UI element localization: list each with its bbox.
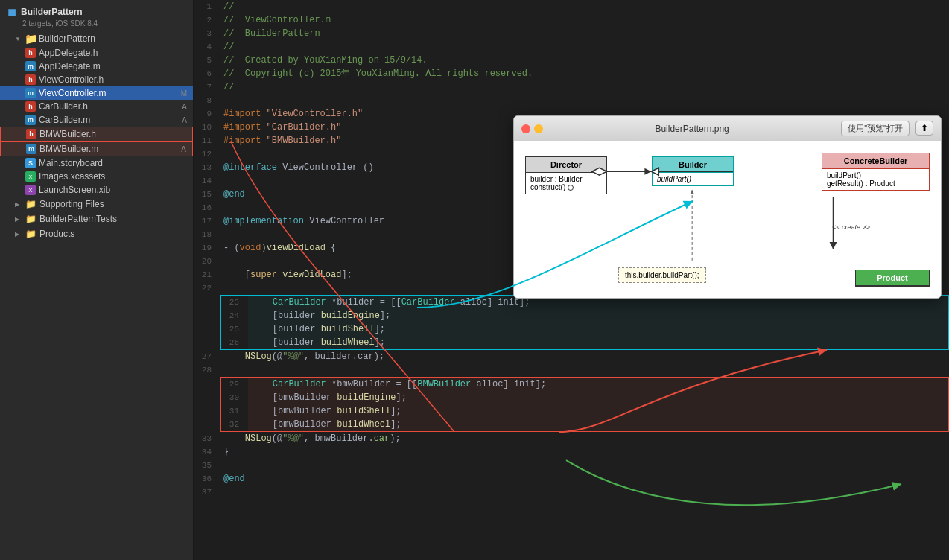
uml-director-header: Director <box>526 157 606 173</box>
code-line-8: 8 <box>194 94 949 107</box>
uml-builder-class: Builder buildPart() <box>652 156 734 186</box>
sidebar-item-images-xcassets[interactable]: X Images.xcassets <box>0 170 193 183</box>
share-button[interactable]: ⬆ <box>915 121 933 136</box>
uml-product-class: Product <box>855 270 930 287</box>
sidebar-item-viewcontroller-m[interactable]: m ViewController.m M <box>0 86 193 100</box>
uml-title: BuilderPattern.png <box>549 124 835 134</box>
code-line-7: 7 // <box>194 80 949 94</box>
code-line-4: 4 // <box>194 40 949 54</box>
m-icon: m <box>25 88 36 98</box>
uml-director-body: builder : Builder construct() <box>526 173 606 194</box>
sidebar-item-tests[interactable]: ▶ 📁 BuilderPatternTests <box>0 211 193 226</box>
sidebar-item-launchscreen-xib[interactable]: X LaunchScreen.xib <box>0 183 193 197</box>
code-line-32: 32 [bmwBuilder buildWheel]; <box>221 418 948 431</box>
triangle-icon: ▶ <box>15 216 22 223</box>
h-icon: h <box>25 101 36 112</box>
project-meta: 2 targets, iOS SDK 8.4 <box>7 19 185 28</box>
sidebar-header: ◼ BuilderPattern 2 targets, iOS SDK 8.4 <box>0 0 193 31</box>
svg-marker-5 <box>830 242 837 249</box>
triangle-icon: ▼ <box>15 36 22 42</box>
uml-actions: 使用"预览"打开 ⬆ <box>841 121 933 136</box>
xib-icon: X <box>25 185 36 195</box>
sidebar-item-products[interactable]: ▶ 📁 Products <box>0 226 193 241</box>
h-icon: h <box>26 129 36 139</box>
xcassets-icon: X <box>25 171 36 182</box>
preview-open-button[interactable]: 使用"预览"打开 <box>841 121 910 136</box>
code-line-1: 1 // <box>194 0 949 13</box>
uml-builder-header: Builder <box>653 157 733 173</box>
code-line-6: 6 // Copyright (c) 2015年 YouXianMing. Al… <box>194 67 949 80</box>
code-line-3: 3 // BuilderPattern <box>194 27 949 40</box>
sidebar-item-viewcontroller-h[interactable]: h ViewController.h <box>0 73 193 86</box>
sidebar-item-bmwbuilder-h[interactable]: h BMWBuilder.h <box>0 127 193 141</box>
badge-a: A <box>182 103 187 111</box>
triangle-icon: ▶ <box>15 201 22 208</box>
sidebar-item-main-storyboard[interactable]: S Main.storyboard <box>0 156 193 170</box>
uml-window: BuilderPattern.png 使用"预览"打开 ⬆ Director b… <box>513 115 942 299</box>
sidebar-item-bmwbuilder-m[interactable]: m BMWBuilder.m A <box>0 141 193 156</box>
project-icon: ◼ <box>7 6 16 18</box>
main-editor: 1 // 2 // ViewController.m 3 // BuilderP… <box>194 0 949 560</box>
h-icon: h <box>25 74 36 85</box>
sidebar-item-appdelegate-h[interactable]: h AppDelegate.h <box>0 46 193 60</box>
uml-builder-body: buildPart() <box>653 173 733 185</box>
sidebar-item-carbuilder-m[interactable]: m CarBuilder.m A <box>0 113 193 127</box>
badge-m: M <box>181 89 187 98</box>
code-line-36: 36 @end <box>194 472 949 486</box>
close-button[interactable] <box>521 124 530 133</box>
m-icon: m <box>25 61 36 71</box>
folder-icon: 📁 <box>25 34 36 44</box>
project-title: ◼ BuilderPattern <box>7 6 185 18</box>
red-box: 29 CarBuilder *bmwBuilder = [[BMWBuilder… <box>220 377 949 432</box>
folder-icon: 📁 <box>25 199 36 209</box>
code-line-34: 34 } <box>194 445 949 459</box>
code-line-5: 5 // Created by YouXianMing on 15/9/14. <box>194 54 949 67</box>
code-line-28: 28 <box>194 363 949 377</box>
h-icon: h <box>25 48 36 58</box>
code-line-33: 33 NSLog(@"%@", bmwBuilder.car); <box>194 432 949 445</box>
sidebar: ◼ BuilderPattern 2 targets, iOS SDK 8.4 … <box>0 0 194 560</box>
code-line-27: 27 NSLog(@"%@", builder.car); <box>194 350 949 363</box>
minimize-button[interactable] <box>534 124 543 133</box>
badge-a: A <box>181 145 186 153</box>
code-line-25: 25 [builder buildShell]; <box>221 322 948 336</box>
code-line-24: 24 [builder buildEngine]; <box>221 309 948 322</box>
uml-concrete-builder-class: ConcreteBuilder buildPart() getResult() … <box>822 153 930 191</box>
code-line-31: 31 [bmwBuilder buildShell]; <box>221 404 948 418</box>
uml-note: this.builder.buildPart(); <box>618 267 706 283</box>
uml-concrete-body: buildPart() getResult() : Product <box>822 169 929 190</box>
cyan-box: 23 CarBuilder *builder = [[CarBuilder al… <box>220 295 949 350</box>
uml-product-header: Product <box>856 270 929 286</box>
folder-icon: 📁 <box>25 214 36 224</box>
code-line-37: 37 <box>194 486 949 499</box>
code-line-30: 30 [bmwBuilder buildEngine]; <box>221 391 948 404</box>
m-icon: m <box>25 115 36 125</box>
uml-concrete-header: ConcreteBuilder <box>822 153 929 169</box>
uml-director-class: Director builder : Builder construct() <box>525 156 607 194</box>
code-line-2: 2 // ViewController.m <box>194 13 949 27</box>
code-line-26: 26 [builder buildWheel]; <box>221 336 948 349</box>
code-line-29: 29 CarBuilder *bmwBuilder = [[BMWBuilder… <box>221 378 948 391</box>
sidebar-item-builderpattern[interactable]: ▼ 📁 BuilderPattern <box>0 31 193 46</box>
storyboard-icon: S <box>25 158 36 168</box>
window-controls <box>521 124 543 133</box>
triangle-icon: ▶ <box>15 231 22 238</box>
code-line-35: 35 <box>194 459 949 472</box>
sidebar-item-supporting-files[interactable]: ▶ 📁 Supporting Files <box>0 197 193 211</box>
uml-body: Director builder : Builder construct() B… <box>514 141 941 298</box>
uml-create-label: << create >> <box>832 223 870 231</box>
uml-titlebar: BuilderPattern.png 使用"预览"打开 ⬆ <box>514 116 941 141</box>
folder-icon: 📁 <box>25 229 36 239</box>
badge-a: A <box>182 116 187 124</box>
sidebar-item-appdelegate-m[interactable]: m AppDelegate.m <box>0 60 193 73</box>
sidebar-item-carbuilder-h[interactable]: h CarBuilder.h A <box>0 100 193 113</box>
m-icon: m <box>26 144 36 154</box>
